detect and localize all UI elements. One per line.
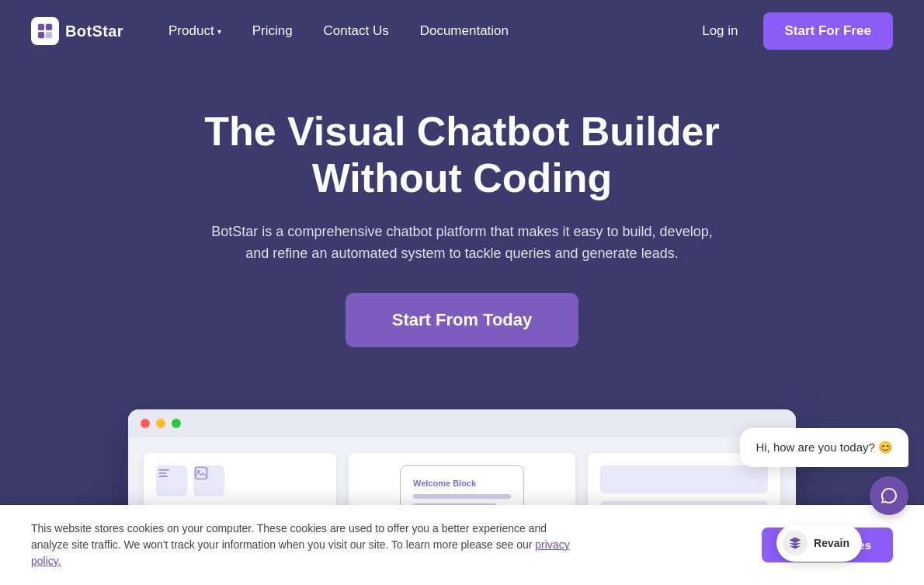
window-close-dot — [141, 419, 150, 428]
svg-rect-0 — [38, 24, 44, 30]
revain-icon — [783, 531, 808, 555]
block-text-icon — [156, 465, 187, 496]
login-button[interactable]: Log in — [690, 17, 750, 45]
welcome-block-label: Welcome Block — [413, 479, 511, 488]
hero-subheadline: BotStar is a comprehensive chatbot platf… — [198, 221, 726, 266]
hero-section: The Visual Chatbot Builder Without Codin… — [0, 62, 924, 378]
svg-rect-5 — [158, 472, 166, 474]
logo[interactable]: BotStar — [31, 17, 123, 45]
svg-rect-1 — [46, 24, 52, 30]
window-maximize-dot — [172, 419, 181, 428]
logo-icon — [31, 17, 59, 45]
chat-toggle-button[interactable] — [870, 476, 908, 515]
svg-rect-6 — [158, 476, 168, 478]
svg-rect-4 — [158, 469, 168, 471]
nav-docs[interactable]: Documentation — [406, 17, 523, 45]
cookie-text: This website stores cookies on your comp… — [31, 521, 575, 569]
nav-right: Log in Start For Free — [690, 12, 893, 50]
hero-headline: The Visual Chatbot Builder Without Codin… — [151, 109, 773, 202]
svg-rect-7 — [196, 468, 207, 479]
nav-pricing[interactable]: Pricing — [238, 17, 307, 45]
nav-contact[interactable]: Contact Us — [310, 17, 403, 45]
window-minimize-dot — [156, 419, 165, 428]
chevron-down-icon: ▾ — [217, 27, 221, 36]
revain-label: Revain — [814, 537, 849, 549]
nav-links: Product ▾ Pricing Contact Us Documentati… — [155, 17, 690, 45]
block-image-icon — [193, 465, 224, 496]
svg-rect-2 — [38, 32, 44, 38]
revain-widget[interactable]: Revain — [776, 524, 862, 562]
start-today-button[interactable]: Start From Today — [346, 293, 579, 347]
chat-widget: Hi, how are you today? 😊 — [740, 428, 908, 515]
panel-row-1 — [156, 465, 324, 496]
chat-avatar-area — [740, 476, 908, 515]
chat-bubble: Hi, how are you today? 😊 — [740, 428, 908, 467]
navbar: BotStar Product ▾ Pricing Contact Us Doc… — [0, 0, 924, 62]
svg-rect-3 — [46, 32, 52, 38]
start-free-button[interactable]: Start For Free — [763, 12, 893, 50]
browser-bar — [128, 409, 796, 437]
welcome-line-1 — [413, 494, 511, 499]
nav-product[interactable]: Product ▾ — [155, 17, 235, 45]
logo-text: BotStar — [65, 23, 123, 40]
